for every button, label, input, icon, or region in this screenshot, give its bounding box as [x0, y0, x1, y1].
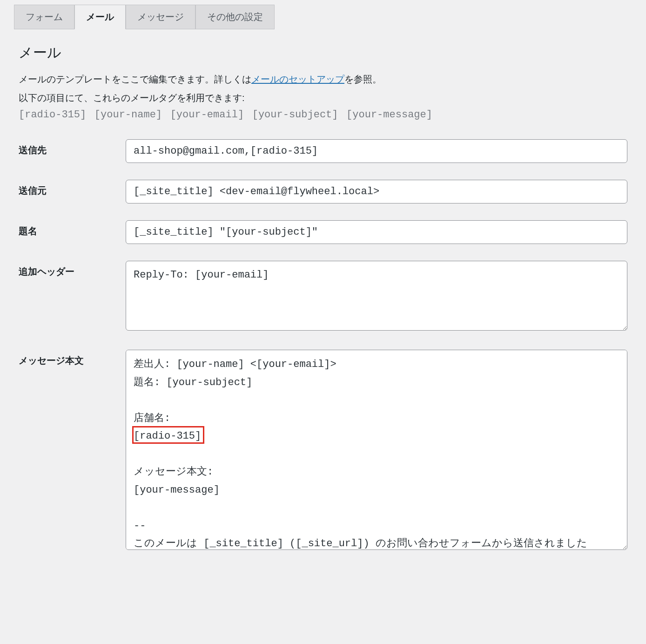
- tab-messages[interactable]: メッセージ: [126, 5, 195, 29]
- row-body: メッセージ本文 差出人: [your-name] <[your-email]> …: [19, 350, 627, 552]
- panel-title: メール: [19, 43, 627, 62]
- label-from: 送信元: [19, 180, 126, 197]
- input-from[interactable]: [126, 180, 627, 203]
- tab-mail[interactable]: メール: [74, 5, 126, 29]
- description-prefix: メールのテンプレートをここで編集できます。詳しくは: [19, 74, 251, 84]
- textarea-body[interactable]: 差出人: [your-name] <[your-email]> 題名: [you…: [126, 350, 627, 550]
- panel-description: メールのテンプレートをここで編集できます。詳しくはメールのセットアップを参照。: [19, 72, 627, 87]
- input-to[interactable]: [126, 139, 627, 163]
- textarea-headers[interactable]: Reply-To: [your-email]: [126, 261, 627, 331]
- label-subject: 題名: [19, 220, 126, 237]
- mail-setup-link[interactable]: メールのセットアップ: [251, 74, 344, 84]
- row-to: 送信先: [19, 139, 627, 163]
- tab-additional-settings[interactable]: その他の設定: [195, 5, 275, 29]
- tags-intro: 以下の項目にて、これらのメールタグを利用できます:: [19, 90, 627, 105]
- tab-form[interactable]: フォーム: [14, 5, 74, 29]
- row-subject: 題名: [19, 220, 627, 244]
- label-body: メッセージ本文: [19, 350, 126, 367]
- label-to: 送信先: [19, 139, 126, 156]
- row-headers: 追加ヘッダー Reply-To: [your-email]: [19, 261, 627, 333]
- description-suffix: を参照。: [344, 74, 382, 84]
- mail-tags-list: [radio-315] [your-name] [your-email] [yo…: [19, 109, 627, 121]
- input-subject[interactable]: [126, 220, 627, 244]
- row-from: 送信元: [19, 180, 627, 203]
- mail-panel: メール メールのテンプレートをここで編集できます。詳しくはメールのセットアップを…: [0, 29, 646, 583]
- tabs-navigation: フォーム メール メッセージ その他の設定: [0, 0, 646, 30]
- label-headers: 追加ヘッダー: [19, 261, 126, 278]
